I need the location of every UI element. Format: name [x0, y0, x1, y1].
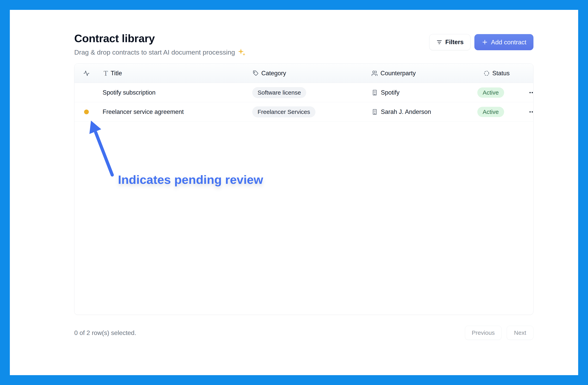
- contract-library-page: Contract library Drag & drop contracts t…: [10, 10, 578, 375]
- text-type-icon: T: [104, 70, 108, 77]
- counterparty-cell: Spotify: [371, 83, 399, 102]
- contract-title: Spotify subscription: [103, 83, 156, 102]
- ellipsis-icon: [528, 89, 533, 96]
- users-icon: [371, 70, 378, 76]
- category-badge: Freelancer Services: [252, 106, 315, 117]
- page-subtitle-text: Drag & drop contracts to start AI docume…: [74, 48, 235, 56]
- category-badge: Software license: [252, 87, 306, 98]
- pending-review-dot: [84, 110, 89, 114]
- category-cell: Software license: [252, 83, 306, 102]
- column-header-status: Status: [484, 64, 510, 83]
- sparkles-icon: [237, 48, 246, 57]
- ellipsis-icon: [528, 108, 533, 116]
- counterparty-cell: Sarah J. Anderson: [371, 102, 431, 121]
- status-badge: Active: [477, 107, 504, 117]
- header-activity-cell: [81, 64, 92, 83]
- table-footer: 0 of 2 row(s) selected. Previous Next: [74, 326, 533, 340]
- next-button[interactable]: Next: [507, 326, 533, 340]
- counterparty-name: Spotify: [381, 89, 399, 96]
- contracts-table-card: T Title Category Counterparty: [74, 64, 533, 315]
- column-label: Category: [261, 70, 286, 77]
- building-icon: [371, 109, 378, 115]
- annotation-label: Indicates pending review: [118, 173, 263, 187]
- row-menu-button[interactable]: [527, 83, 533, 102]
- dashed-circle-icon: [484, 70, 489, 76]
- column-label: Title: [111, 70, 122, 77]
- add-contract-label: Add contract: [491, 39, 526, 46]
- table-header-row: T Title Category Counterparty: [74, 64, 533, 83]
- column-header-title: T Title: [104, 64, 122, 83]
- table-row[interactable]: Freelancer service agreement Freelancer …: [74, 102, 533, 122]
- row-menu-button[interactable]: [527, 102, 533, 121]
- filter-icon: [436, 39, 442, 45]
- header-actions: Filters Add contract: [429, 34, 533, 50]
- app-frame: Contract library Drag & drop contracts t…: [0, 0, 588, 385]
- add-contract-button[interactable]: Add contract: [474, 34, 533, 50]
- status-cell: Active: [477, 102, 504, 121]
- tag-icon: [253, 70, 259, 76]
- pagination: Previous Next: [465, 326, 533, 340]
- category-cell: Freelancer Services: [252, 102, 315, 121]
- row-indicator-cell: [81, 83, 92, 102]
- selection-summary: 0 of 2 row(s) selected.: [74, 329, 136, 337]
- column-header-counterparty: Counterparty: [371, 64, 416, 83]
- previous-button[interactable]: Previous: [465, 326, 502, 340]
- activity-icon: [83, 70, 90, 76]
- filters-button[interactable]: Filters: [429, 34, 470, 50]
- column-label: Counterparty: [380, 70, 416, 77]
- page-title: Contract library: [74, 32, 246, 45]
- table-row[interactable]: Spotify subscription Software license Sp…: [74, 83, 533, 102]
- plus-icon: [482, 39, 488, 45]
- page-heading: Contract library Drag & drop contracts t…: [74, 32, 246, 57]
- row-indicator-cell: [81, 102, 92, 121]
- column-header-category: Category: [253, 64, 286, 83]
- contract-title: Freelancer service agreement: [103, 102, 184, 121]
- column-label: Status: [492, 70, 510, 77]
- page-subtitle: Drag & drop contracts to start AI docume…: [74, 48, 246, 57]
- building-icon: [371, 89, 378, 96]
- status-cell: Active: [477, 83, 504, 102]
- status-badge: Active: [477, 88, 504, 98]
- filters-label: Filters: [445, 39, 463, 46]
- counterparty-name: Sarah J. Anderson: [381, 108, 431, 115]
